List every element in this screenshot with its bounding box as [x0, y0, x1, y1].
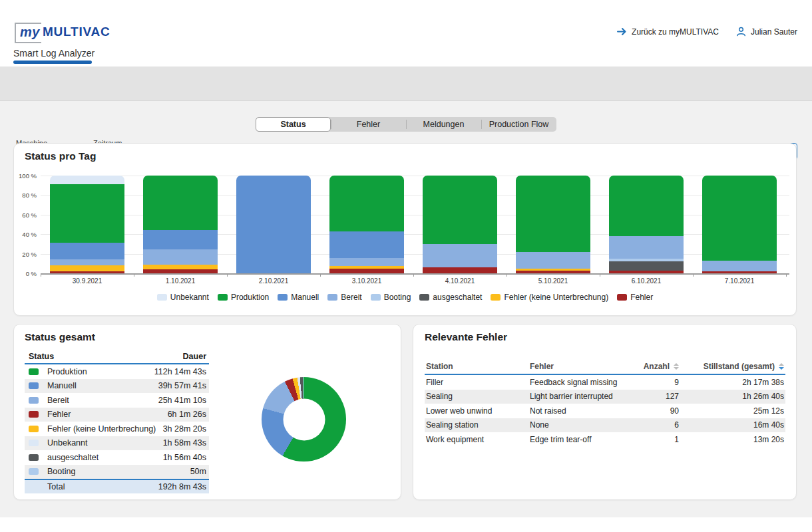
bar-segment-produktion — [423, 176, 497, 244]
x-axis-label: 6.10.2021 — [600, 277, 693, 285]
status-total-row: Total 192h 8m 43s — [25, 479, 209, 493]
fehler-row-fehler: Light barrier interrupted — [530, 392, 622, 401]
smart-log-analyzer-page: my MULTIVAC Smart Log Analyzer Zurück zu… — [0, 0, 812, 532]
fehler-row-anzahl: 127 — [622, 392, 679, 401]
legend-item-manuell[interactable]: Manuell — [278, 293, 319, 302]
bar-segment-produktion — [50, 184, 124, 243]
back-link[interactable]: Zurück zu myMULTIVAC — [617, 27, 719, 37]
status-gesamt-title: Status gesamt — [25, 331, 95, 343]
status-row: Manuell39h 57m 41s — [25, 379, 209, 394]
status-donut-chart — [262, 377, 346, 462]
fehler_ku-swatch — [491, 294, 501, 301]
anzahl-column-header[interactable]: Anzahl — [622, 362, 679, 371]
fehler-column-header: Fehler — [530, 362, 622, 371]
status-table-body: Produktion112h 14m 43sManuell39h 57m 41s… — [25, 364, 209, 479]
x-axis-line — [41, 273, 789, 275]
legend-item-booting[interactable]: Booting — [371, 293, 411, 302]
fehler-row-stillstand: 1h 26m 40s — [679, 392, 785, 401]
bar-segment-produktion — [702, 176, 777, 261]
legend-item-bereit[interactable]: Bereit — [327, 293, 361, 302]
unbekannt-swatch — [29, 440, 39, 446]
legend-item-fehler_ku[interactable]: Fehler (keine Unterbrechung) — [491, 293, 608, 302]
legend-label: Fehler — [630, 293, 653, 302]
legend-label: ausgeschaltet — [433, 293, 482, 302]
status-row-duration: 112h 14m 43s — [154, 367, 206, 376]
bar-segment-bereit — [423, 244, 497, 267]
bar-slot: 3.10.2021 — [320, 176, 413, 273]
status-row-duration: 25h 41m 10s — [158, 396, 206, 405]
stacked-bar — [236, 176, 311, 273]
status-gesamt-card: Status gesamt Status Dauer Produktion112… — [13, 324, 401, 500]
status-row-label: Fehler — [47, 410, 168, 419]
user-icon — [736, 27, 746, 37]
legend-item-produktion[interactable]: Produktion — [218, 293, 269, 302]
fehler-row-anzahl: 6 — [622, 420, 679, 430]
bar-segment-manuell — [50, 243, 124, 260]
fehler-row-station: Work equipment — [425, 435, 530, 444]
fehler-row-station: Sealing station — [425, 420, 530, 430]
stacked-bar — [50, 176, 124, 273]
total-value: 192h 8m 43s — [158, 482, 206, 491]
status-row-duration: 1h 56m 40s — [163, 453, 206, 462]
active-tab-underline — [13, 61, 92, 64]
booting-swatch — [29, 468, 39, 475]
status-row: Produktion112h 14m 43s — [25, 364, 209, 379]
mymultivac-logo: my MULTIVAC — [15, 23, 110, 43]
bar-segment-fehler_ku — [50, 265, 124, 271]
fehler-row-stillstand: 25m 12s — [679, 406, 785, 416]
user-name-label: Julian Sauter — [751, 27, 797, 37]
view-tabbar: Status Fehler Meldungen Production Flow — [256, 117, 556, 132]
sort-desc-icon — [779, 363, 784, 370]
bar-segment-bereit — [609, 236, 684, 259]
fehler-row-station: Sealing — [425, 392, 530, 401]
stacked-bar — [609, 176, 684, 273]
logo-bracket: my — [15, 23, 41, 43]
legend-item-fehler[interactable]: Fehler — [617, 293, 653, 302]
x-axis-label: 4.10.2021 — [413, 277, 507, 285]
dauer-column-header: Dauer — [183, 352, 206, 361]
status-row: Fehler (keine Unterbrechung)3h 28m 20s — [25, 422, 209, 436]
status-row: Booting50m — [25, 465, 209, 479]
axis-tick — [320, 273, 321, 277]
tab-production-flow[interactable]: Production Flow — [481, 117, 556, 132]
fehler-row-anzahl: 90 — [622, 406, 679, 416]
ausgeschaltet-swatch — [29, 454, 39, 461]
y-axis-label: 0 % — [14, 270, 37, 277]
produktion-swatch — [218, 294, 228, 301]
axis-tick — [227, 273, 228, 277]
bar-segment-bereit — [143, 249, 218, 265]
fehler-row-stillstand: 13m 20s — [679, 435, 785, 444]
fehler-row-fehler: Not raised — [530, 406, 622, 416]
stillstand-column-header[interactable]: Stillstand (gesamt) — [679, 362, 785, 371]
legend-label: Fehler (keine Unterbrechung) — [504, 293, 608, 302]
bar-segment-produktion — [143, 176, 218, 230]
logo-brand-text: MULTIVAC — [43, 25, 110, 39]
status-row: Bereit25h 41m 10s — [25, 393, 209, 408]
status-row-duration: 39h 57m 41s — [158, 381, 206, 390]
stacked-bar — [143, 176, 218, 273]
user-menu[interactable]: Julian Sauter — [736, 27, 797, 37]
axis-tick — [507, 273, 507, 277]
donut-hole — [283, 398, 325, 440]
status-row-duration: 6h 1m 26s — [168, 410, 206, 419]
tab-smart-log-analyzer[interactable]: Smart Log Analyzer — [13, 48, 95, 59]
bar-segment-manuell — [143, 230, 218, 249]
fehler-row-anzahl: 1 — [622, 435, 679, 444]
stacked-bar — [702, 176, 777, 273]
x-axis-label: 7.10.2021 — [693, 277, 786, 285]
tab-fehler[interactable]: Fehler — [331, 117, 406, 132]
tab-status[interactable]: Status — [256, 117, 331, 132]
legend-item-unbekannt[interactable]: Unbekannt — [157, 293, 209, 302]
bereit-swatch — [327, 294, 337, 301]
y-axis-label: 20 % — [14, 250, 37, 257]
status-row-label: Booting — [47, 467, 190, 476]
fehler-row: Lower web unwindNot raised9025m 12s — [425, 404, 785, 418]
fehler-row: SealingLight barrier interrupted1271h 26… — [425, 390, 785, 404]
x-axis-label: 3.10.2021 — [320, 277, 413, 285]
bar-segment-produktion — [609, 176, 684, 236]
top-header: my MULTIVAC Smart Log Analyzer Zurück zu… — [0, 0, 812, 66]
fehler-row-station: Filler — [425, 378, 530, 387]
fehler-table-body: FillerFeedback signal missing92h 17m 38s… — [425, 375, 785, 447]
legend-item-ausgeschaltet[interactable]: ausgeschaltet — [419, 293, 482, 302]
tab-meldungen[interactable]: Meldungen — [406, 117, 481, 132]
